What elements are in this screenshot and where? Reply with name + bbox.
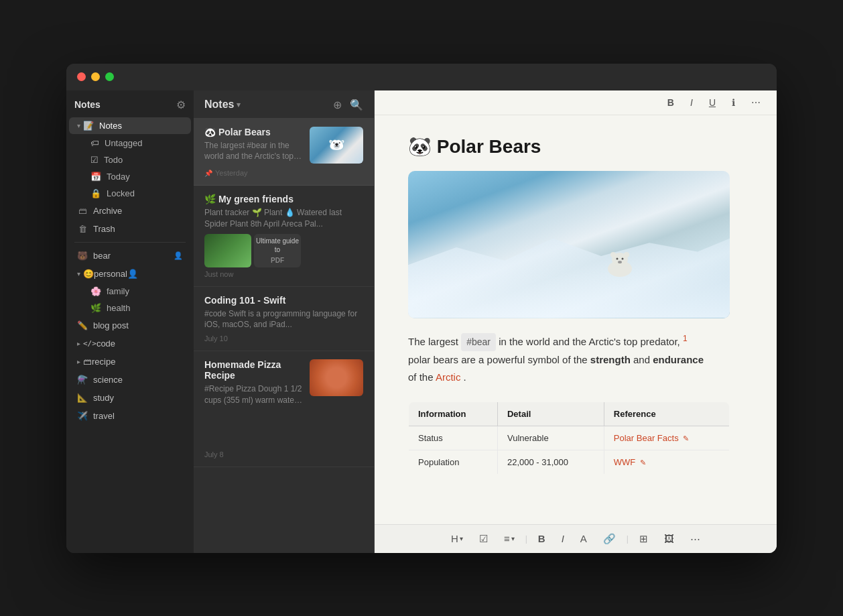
maximize-button[interactable] [105, 72, 114, 81]
health-icon: 🌿 [90, 303, 101, 313]
close-button[interactable] [77, 72, 86, 81]
editor-hero-image [408, 171, 730, 318]
info-button[interactable]: ℹ [729, 96, 738, 109]
note-thumbnails: Ultimate guide to PDF [204, 234, 363, 267]
note-title: Homemade Pizza Recipe [204, 359, 304, 381]
note-title: 🐼 Polar Bears [204, 127, 304, 137]
table-cell-detail-1: 22,000 - 31,000 [497, 450, 604, 475]
edit-icon-1[interactable]: ✎ [640, 458, 646, 467]
list-chevron-icon: ▾ [511, 535, 515, 542]
sidebar-item-recipe[interactable]: ▸ 🗃 recipe [69, 353, 191, 370]
note-date: 📌 Yesterday [204, 169, 363, 177]
sidebar-item-today[interactable]: 📅 Today [69, 169, 191, 184]
search-icon[interactable]: 🔍 [350, 99, 363, 111]
table-cell-info-1: Population [409, 450, 498, 475]
sidebar-item-study[interactable]: 📐 study [69, 389, 191, 406]
editor-bottom-toolbar: H ▾ ☑ ≡ ▾ | B I A [375, 524, 777, 553]
note-item-pizza[interactable]: Homemade Pizza Recipe #Recipe Pizza Doug… [194, 351, 374, 467]
sidebar-settings-icon[interactable]: ⚙ [176, 99, 186, 111]
underline-button[interactable]: U [706, 96, 718, 109]
note-title: Coding 101 - Swift [204, 295, 363, 306]
note-date: Just now [204, 270, 363, 278]
pdf-label: PDF [271, 257, 284, 264]
table-cell-ref-0: Polar Bear Facts ✎ [604, 426, 729, 450]
wwf-link[interactable]: WWF [614, 457, 635, 467]
sidebar-item-notes[interactable]: ▾ 📝 Notes [69, 117, 191, 134]
chevron-down-icon-personal: ▾ [77, 270, 80, 278]
traffic-lights [77, 72, 114, 81]
sidebar-item-locked[interactable]: 🔒 Locked [69, 186, 191, 201]
bold-button[interactable]: B [665, 96, 677, 109]
sidebar-item-untagged[interactable]: 🏷 Untagged [69, 135, 191, 151]
more-format-button[interactable]: ⋯ [685, 530, 706, 548]
footnote-ref[interactable]: 1 [683, 334, 688, 343]
notes-list-chevron-icon: ▾ [237, 101, 241, 109]
recipe-icon: 🗃 [83, 357, 92, 367]
heading-button[interactable]: H ▾ [446, 530, 468, 547]
toolbar-separator-1: | [525, 534, 527, 544]
note-item-polar-bears[interactable]: 🐼 Polar Bears The largest #bear in the w… [194, 119, 374, 186]
note-item-green-friends[interactable]: 🌿 My green friends Plant tracker 🌱 Plant… [194, 186, 374, 287]
note-date: July 10 [204, 334, 363, 343]
polar-bear-facts-link[interactable]: Polar Bear Facts [614, 433, 679, 443]
svg-point-4 [616, 257, 618, 259]
table-row: Status Vulnerable Polar Bear Facts ✎ [409, 426, 730, 450]
table-row: Population 22,000 - 31,000 WWF ✎ [409, 450, 730, 475]
note-emoji: 🐼 [204, 127, 218, 137]
image-button[interactable]: 🖼 [659, 530, 679, 547]
sidebar-item-code[interactable]: ▸ </> code [69, 335, 191, 352]
sidebar-item-family[interactable]: 🌸 family [69, 284, 191, 299]
sidebar-item-blog-post[interactable]: ✏️ blog post [69, 317, 191, 334]
personal-badge: 👤 [127, 269, 138, 279]
app-window: Notes ⚙ ▾ 📝 Notes 🏷 Untagged ☑ Todo 📅 To… [66, 64, 777, 553]
sidebar-item-travel[interactable]: ✈️ travel [69, 408, 191, 424]
plant-thumbnail [204, 234, 251, 267]
sidebar-item-bear[interactable]: 🐻 bear 👤 [69, 247, 191, 264]
editor-title: 🐼 Polar Bears [408, 135, 743, 158]
checkbox-icon: ☑ [90, 155, 99, 165]
notes-icon: 📝 [83, 121, 94, 131]
highlight-button[interactable]: A [575, 530, 592, 547]
sidebar-item-todo[interactable]: ☑ Todo [69, 152, 191, 168]
toolbar-separator-2: | [627, 534, 629, 544]
table-cell-ref-1: WWF ✎ [604, 450, 729, 475]
calendar-icon: 📅 [90, 172, 101, 182]
list-button[interactable]: ≡ ▾ [499, 530, 520, 547]
notes-list: Notes ▾ ⊕ 🔍 🐼 Polar Bears [194, 90, 375, 553]
italic-format-button[interactable]: I [556, 530, 570, 547]
sidebar-item-personal[interactable]: ▾ 😊 personal 👤 [69, 265, 191, 282]
italic-button[interactable]: I [688, 96, 696, 109]
checkbox-button[interactable]: ☑ [474, 530, 493, 548]
compose-icon[interactable]: ⊕ [333, 99, 342, 111]
bear-tag[interactable]: #bear [461, 333, 496, 352]
table-button[interactable]: ⊞ [634, 530, 653, 548]
sidebar-item-health[interactable]: 🌿 health [69, 300, 191, 316]
sidebar-item-science[interactable]: ⚗️ science [69, 371, 191, 388]
main-content: Notes ⚙ ▾ 📝 Notes 🏷 Untagged ☑ Todo 📅 To… [66, 90, 777, 553]
more-button[interactable]: ⋯ [749, 96, 763, 109]
editor-body[interactable]: 🐼 Polar Bears [375, 115, 777, 524]
arctic-link[interactable]: Arctic [436, 371, 461, 383]
pdf-guide-text: Ultimate guide to [254, 237, 301, 254]
bold-format-button[interactable]: B [533, 530, 551, 547]
archive-icon: 🗃 [77, 206, 88, 216]
title-bar [66, 64, 777, 90]
note-thumbnail: 🐻‍❄️ [310, 127, 363, 164]
bear-badge: 👤 [174, 251, 183, 260]
ice-shape [408, 230, 730, 318]
chevron-down-icon: ▾ [77, 122, 80, 129]
polar-bear-image [408, 171, 730, 318]
minimize-button[interactable] [91, 72, 100, 81]
lock-icon: 🔒 [90, 188, 101, 198]
edit-icon-0[interactable]: ✎ [683, 434, 689, 442]
study-icon: 📐 [77, 393, 88, 403]
code-icon: </> [83, 339, 96, 348]
note-preview: The largest #bear in the world and the A… [204, 140, 304, 163]
personal-icon: 😊 [83, 269, 94, 279]
note-item-coding[interactable]: Coding 101 - Swift #code Swift is a prog… [194, 287, 374, 352]
sidebar-item-trash[interactable]: 🗑 Trash [69, 221, 191, 237]
blog-icon: ✏️ [77, 320, 88, 330]
link-button[interactable]: 🔗 [598, 530, 621, 548]
sidebar-item-archive[interactable]: 🗃 Archive [69, 202, 191, 219]
bold-endurance: endurance [653, 354, 704, 365]
